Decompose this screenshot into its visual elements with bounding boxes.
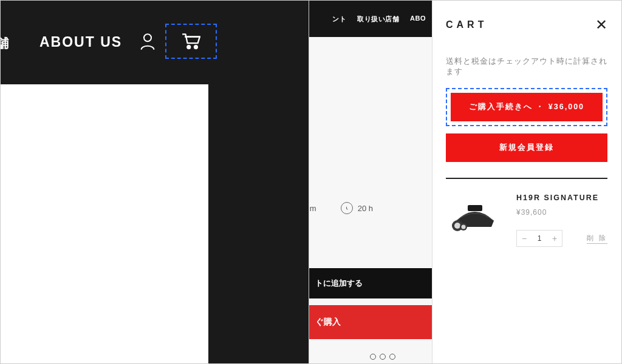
cart-line-item: H19R SIGNATURE ¥39,600 − 1 + 削 除 xyxy=(446,194,607,247)
product-page-fragment: ント 取り扱い店舗 ABO ure 0 m 20 h トに追加する ぐ購入 xyxy=(309,1,432,363)
mid-nav-item-2[interactable]: 取り扱い店舗 xyxy=(357,15,399,24)
svg-point-5 xyxy=(454,223,460,229)
cart-icon-highlight[interactable] xyxy=(165,24,217,59)
nav-link-cut[interactable]: 舗 xyxy=(0,34,10,52)
left-dark-panel: 舗 ABOUT US xyxy=(1,1,309,363)
checkout-button[interactable]: ご購入手続きへ ・ ¥36,000 xyxy=(451,93,603,121)
nav-about-us[interactable]: ABOUT US xyxy=(39,34,122,50)
qty-minus-button[interactable]: − xyxy=(517,231,531,246)
remove-link[interactable]: 削 除 xyxy=(587,234,607,244)
close-icon[interactable]: ✕ xyxy=(595,16,607,33)
quantity-stepper: − 1 + xyxy=(516,230,562,247)
svg-point-1 xyxy=(187,46,190,49)
qty-plus-button[interactable]: + xyxy=(547,231,562,246)
product-thumbnail[interactable] xyxy=(446,194,504,240)
divider xyxy=(446,178,607,179)
svg-point-7 xyxy=(462,225,466,229)
dot-3[interactable] xyxy=(389,354,395,360)
carousel-dots[interactable] xyxy=(370,354,395,360)
spec-distance: 0 m xyxy=(309,204,316,213)
user-icon[interactable] xyxy=(139,32,156,53)
svg-rect-3 xyxy=(468,205,482,211)
cart-title: CART xyxy=(446,19,487,30)
checkout-highlight: ご購入手続きへ ・ ¥36,000 xyxy=(446,88,607,126)
buy-now-button-fragment[interactable]: ぐ購入 xyxy=(309,305,432,339)
product-name[interactable]: H19R SIGNATURE xyxy=(516,194,607,202)
dot-1[interactable] xyxy=(370,354,376,360)
svg-point-0 xyxy=(144,34,151,41)
register-button[interactable]: 新規会員登録 xyxy=(446,133,607,162)
dot-2[interactable] xyxy=(380,354,386,360)
cart-drawer: CART ✕ 送料と税金はチェックアウト時に計算されます ご購入手続きへ ・ ¥… xyxy=(432,1,621,363)
add-to-cart-button-fragment[interactable]: トに追加する xyxy=(309,268,432,298)
spec-runtime: 20 h xyxy=(341,202,373,214)
clock-icon xyxy=(341,202,353,214)
mid-header: ント 取り扱い店舗 ABO xyxy=(309,1,432,37)
mid-nav-item-3[interactable]: ABO xyxy=(410,15,426,24)
product-title-fragment: ure xyxy=(309,37,432,160)
qty-value: 1 xyxy=(531,234,547,243)
left-white-body xyxy=(1,84,208,363)
mid-nav-item-1[interactable]: ント xyxy=(332,15,346,24)
shipping-note: 送料と税金はチェックアウト時に計算されます xyxy=(446,56,607,77)
product-price: ¥39,600 xyxy=(516,208,607,217)
svg-point-2 xyxy=(194,46,197,49)
